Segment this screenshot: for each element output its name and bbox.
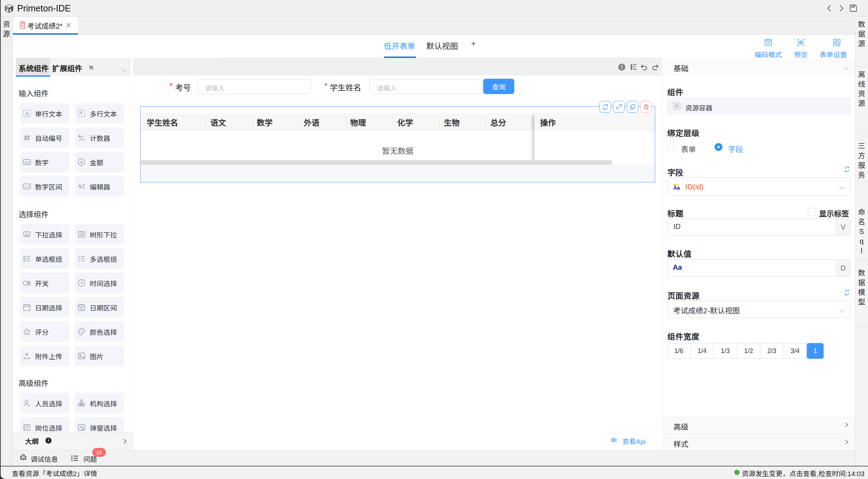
svg-text:1~3: 1~3 bbox=[24, 185, 30, 189]
svg-text:A: A bbox=[25, 111, 29, 116]
svg-text:A: A bbox=[78, 184, 82, 189]
svg-text:A: A bbox=[79, 111, 82, 115]
svg-text:123: 123 bbox=[24, 161, 29, 164]
svg-text:¥: ¥ bbox=[80, 160, 83, 165]
